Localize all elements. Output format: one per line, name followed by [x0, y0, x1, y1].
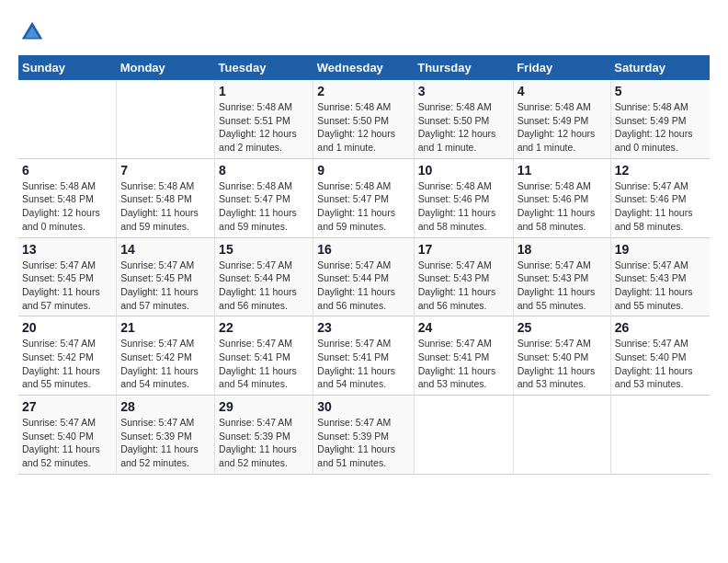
calendar-cell — [117, 80, 215, 158]
calendar-table: SundayMondayTuesdayWednesdayThursdayFrid… — [18, 55, 710, 475]
calendar-cell: 21Sunrise: 5:47 AM Sunset: 5:42 PM Dayli… — [117, 316, 215, 396]
calendar-cell: 10Sunrise: 5:48 AM Sunset: 5:46 PM Dayli… — [414, 158, 513, 237]
calendar-cell: 28Sunrise: 5:47 AM Sunset: 5:39 PM Dayli… — [117, 396, 215, 475]
day-detail: Sunrise: 5:47 AM Sunset: 5:44 PM Dayligh… — [219, 259, 309, 313]
calendar-cell: 9Sunrise: 5:48 AM Sunset: 5:47 PM Daylig… — [313, 158, 414, 237]
calendar-cell: 24Sunrise: 5:47 AM Sunset: 5:41 PM Dayli… — [414, 316, 513, 396]
day-number: 15 — [219, 242, 309, 257]
day-number: 17 — [418, 242, 509, 257]
page-header — [18, 18, 710, 46]
calendar-cell — [610, 396, 710, 475]
day-number: 25 — [518, 320, 607, 335]
week-row: 6Sunrise: 5:48 AM Sunset: 5:48 PM Daylig… — [18, 158, 710, 237]
calendar-cell: 30Sunrise: 5:47 AM Sunset: 5:39 PM Dayli… — [313, 396, 414, 475]
calendar-cell: 8Sunrise: 5:48 AM Sunset: 5:47 PM Daylig… — [215, 158, 313, 237]
calendar-cell: 12Sunrise: 5:47 AM Sunset: 5:46 PM Dayli… — [610, 158, 710, 237]
calendar-cell: 2Sunrise: 5:48 AM Sunset: 5:50 PM Daylig… — [313, 80, 414, 158]
day-number: 29 — [219, 399, 309, 414]
day-detail: Sunrise: 5:47 AM Sunset: 5:46 PM Dayligh… — [615, 179, 706, 234]
calendar-cell — [414, 396, 513, 475]
day-detail: Sunrise: 5:48 AM Sunset: 5:47 PM Dayligh… — [219, 179, 309, 234]
weekday-header: Saturday — [610, 55, 710, 80]
weekday-header: Thursday — [414, 55, 513, 80]
day-detail: Sunrise: 5:47 AM Sunset: 5:39 PM Dayligh… — [317, 416, 409, 470]
weekday-header-row: SundayMondayTuesdayWednesdayThursdayFrid… — [18, 55, 710, 80]
calendar-cell: 14Sunrise: 5:47 AM Sunset: 5:45 PM Dayli… — [117, 237, 215, 316]
week-row: 1Sunrise: 5:48 AM Sunset: 5:51 PM Daylig… — [18, 80, 710, 158]
day-detail: Sunrise: 5:47 AM Sunset: 5:43 PM Dayligh… — [418, 259, 509, 313]
day-detail: Sunrise: 5:48 AM Sunset: 5:46 PM Dayligh… — [418, 179, 509, 234]
day-number: 3 — [418, 84, 509, 98]
calendar-cell: 19Sunrise: 5:47 AM Sunset: 5:43 PM Dayli… — [610, 237, 710, 316]
calendar-cell: 26Sunrise: 5:47 AM Sunset: 5:40 PM Dayli… — [610, 316, 710, 396]
day-detail: Sunrise: 5:48 AM Sunset: 5:48 PM Dayligh… — [120, 179, 210, 234]
day-number: 12 — [615, 163, 706, 178]
calendar-cell: 13Sunrise: 5:47 AM Sunset: 5:45 PM Dayli… — [18, 237, 117, 316]
day-detail: Sunrise: 5:48 AM Sunset: 5:49 PM Dayligh… — [615, 100, 706, 155]
day-number: 5 — [615, 84, 706, 98]
calendar-cell: 18Sunrise: 5:47 AM Sunset: 5:43 PM Dayli… — [513, 237, 610, 316]
day-number: 1 — [219, 84, 309, 98]
day-number: 28 — [120, 399, 210, 414]
calendar-cell: 17Sunrise: 5:47 AM Sunset: 5:43 PM Dayli… — [414, 237, 513, 316]
day-detail: Sunrise: 5:48 AM Sunset: 5:51 PM Dayligh… — [219, 100, 309, 155]
day-number: 8 — [219, 163, 309, 178]
calendar-cell: 11Sunrise: 5:48 AM Sunset: 5:46 PM Dayli… — [513, 158, 610, 237]
day-detail: Sunrise: 5:47 AM Sunset: 5:41 PM Dayligh… — [317, 337, 409, 391]
day-detail: Sunrise: 5:47 AM Sunset: 5:44 PM Dayligh… — [317, 259, 409, 313]
day-number: 23 — [317, 320, 409, 335]
day-detail: Sunrise: 5:47 AM Sunset: 5:43 PM Dayligh… — [615, 259, 706, 313]
calendar-cell: 7Sunrise: 5:48 AM Sunset: 5:48 PM Daylig… — [117, 158, 215, 237]
day-number: 18 — [518, 242, 607, 257]
day-detail: Sunrise: 5:47 AM Sunset: 5:45 PM Dayligh… — [120, 259, 210, 313]
day-detail: Sunrise: 5:47 AM Sunset: 5:42 PM Dayligh… — [120, 337, 210, 391]
weekday-header: Monday — [117, 55, 215, 80]
day-number: 16 — [317, 242, 409, 257]
calendar-cell: 25Sunrise: 5:47 AM Sunset: 5:40 PM Dayli… — [513, 316, 610, 396]
day-number: 24 — [418, 320, 509, 335]
week-row: 27Sunrise: 5:47 AM Sunset: 5:40 PM Dayli… — [18, 396, 710, 475]
day-detail: Sunrise: 5:47 AM Sunset: 5:41 PM Dayligh… — [219, 337, 309, 391]
day-number: 22 — [219, 320, 309, 335]
day-detail: Sunrise: 5:48 AM Sunset: 5:46 PM Dayligh… — [518, 179, 607, 234]
day-number: 2 — [317, 84, 409, 98]
day-detail: Sunrise: 5:48 AM Sunset: 5:50 PM Dayligh… — [317, 100, 409, 155]
day-detail: Sunrise: 5:47 AM Sunset: 5:39 PM Dayligh… — [219, 416, 309, 470]
day-number: 20 — [22, 320, 112, 335]
weekday-header: Friday — [513, 55, 610, 80]
week-row: 13Sunrise: 5:47 AM Sunset: 5:45 PM Dayli… — [18, 237, 710, 316]
calendar-cell: 15Sunrise: 5:47 AM Sunset: 5:44 PM Dayli… — [215, 237, 313, 316]
weekday-header: Tuesday — [215, 55, 313, 80]
day-detail: Sunrise: 5:47 AM Sunset: 5:40 PM Dayligh… — [22, 416, 112, 470]
day-detail: Sunrise: 5:48 AM Sunset: 5:47 PM Dayligh… — [317, 179, 409, 234]
day-number: 10 — [418, 163, 509, 178]
calendar-cell — [18, 80, 117, 158]
calendar-cell: 5Sunrise: 5:48 AM Sunset: 5:49 PM Daylig… — [610, 80, 710, 158]
day-detail: Sunrise: 5:47 AM Sunset: 5:40 PM Dayligh… — [615, 337, 706, 391]
calendar-cell: 4Sunrise: 5:48 AM Sunset: 5:49 PM Daylig… — [513, 80, 610, 158]
calendar-cell: 20Sunrise: 5:47 AM Sunset: 5:42 PM Dayli… — [18, 316, 117, 396]
day-detail: Sunrise: 5:47 AM Sunset: 5:40 PM Dayligh… — [518, 337, 607, 391]
calendar-cell: 29Sunrise: 5:47 AM Sunset: 5:39 PM Dayli… — [215, 396, 313, 475]
calendar-cell: 1Sunrise: 5:48 AM Sunset: 5:51 PM Daylig… — [215, 80, 313, 158]
day-detail: Sunrise: 5:48 AM Sunset: 5:49 PM Dayligh… — [518, 100, 607, 155]
week-row: 20Sunrise: 5:47 AM Sunset: 5:42 PM Dayli… — [18, 316, 710, 396]
logo-icon — [18, 18, 46, 46]
day-detail: Sunrise: 5:48 AM Sunset: 5:48 PM Dayligh… — [22, 179, 112, 234]
calendar-cell: 16Sunrise: 5:47 AM Sunset: 5:44 PM Dayli… — [313, 237, 414, 316]
day-detail: Sunrise: 5:47 AM Sunset: 5:45 PM Dayligh… — [22, 259, 112, 313]
calendar-cell: 3Sunrise: 5:48 AM Sunset: 5:50 PM Daylig… — [414, 80, 513, 158]
day-number: 30 — [317, 399, 409, 414]
calendar-cell — [513, 396, 610, 475]
day-number: 11 — [518, 163, 607, 178]
day-number: 13 — [22, 242, 112, 257]
weekday-header: Sunday — [18, 55, 117, 80]
calendar-cell: 6Sunrise: 5:48 AM Sunset: 5:48 PM Daylig… — [18, 158, 117, 237]
day-detail: Sunrise: 5:47 AM Sunset: 5:42 PM Dayligh… — [22, 337, 112, 391]
day-number: 21 — [120, 320, 210, 335]
day-number: 4 — [518, 84, 607, 98]
weekday-header: Wednesday — [313, 55, 414, 80]
calendar-cell: 27Sunrise: 5:47 AM Sunset: 5:40 PM Dayli… — [18, 396, 117, 475]
day-detail: Sunrise: 5:47 AM Sunset: 5:43 PM Dayligh… — [518, 259, 607, 313]
day-detail: Sunrise: 5:47 AM Sunset: 5:41 PM Dayligh… — [418, 337, 509, 391]
